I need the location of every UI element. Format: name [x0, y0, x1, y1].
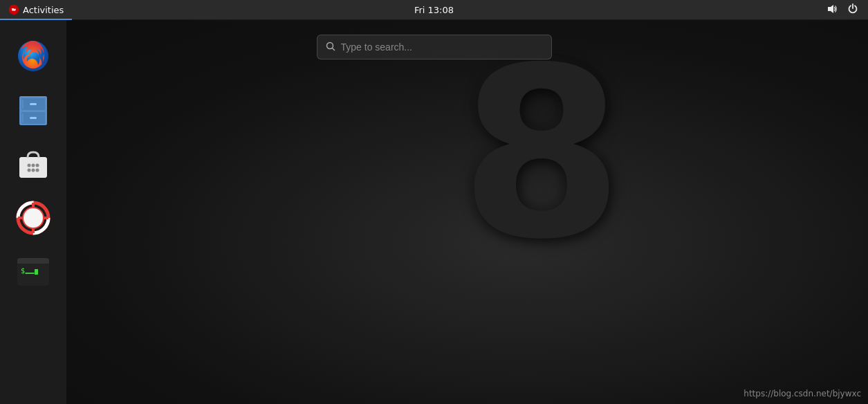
dock-item-firefox[interactable]	[11, 34, 55, 78]
svg-rect-15	[19, 157, 47, 178]
svg-point-17	[32, 164, 35, 167]
redhat-icon	[8, 4, 19, 15]
svg-text:$: $	[21, 267, 25, 275]
svg-rect-33	[17, 261, 49, 264]
dock-item-help[interactable]	[11, 196, 55, 240]
topbar-datetime[interactable]: Fri 13:08	[414, 5, 454, 15]
topbar-left: Activities	[0, 0, 72, 20]
dock-item-filemanager[interactable]	[11, 88, 55, 132]
topbar: Activities Fri 13:08	[0, 0, 868, 20]
filemanager-icon	[16, 93, 50, 127]
svg-point-25	[24, 208, 43, 228]
svg-point-21	[36, 169, 39, 172]
svg-marker-1	[828, 5, 833, 13]
svg-point-18	[36, 164, 39, 167]
topbar-right	[827, 3, 868, 17]
search-container	[317, 35, 552, 59]
bottom-link: https://blog.csdn.net/bjywxc	[744, 389, 861, 398]
software-icon	[16, 147, 50, 181]
dock-item-terminal[interactable]: $	[11, 250, 55, 294]
power-icon[interactable]	[847, 3, 858, 17]
svg-rect-11	[30, 117, 37, 119]
activities-label: Activities	[23, 5, 64, 15]
desktop-logo: 8	[460, 36, 617, 271]
help-icon	[16, 201, 50, 235]
svg-rect-10	[30, 103, 37, 105]
search-icon	[326, 42, 335, 53]
search-input[interactable]	[341, 42, 543, 53]
dock-item-software[interactable]	[11, 142, 55, 186]
svg-point-20	[32, 169, 35, 172]
firefox-icon	[15, 38, 51, 74]
svg-point-16	[28, 164, 31, 167]
dock: $	[0, 20, 66, 404]
desktop: 8	[0, 0, 868, 404]
activities-button[interactable]: Activities	[0, 0, 72, 20]
svg-rect-36	[35, 269, 38, 275]
svg-point-19	[28, 169, 31, 172]
terminal-icon: $	[16, 257, 50, 287]
search-box	[317, 35, 552, 59]
volume-icon[interactable]	[827, 3, 838, 17]
